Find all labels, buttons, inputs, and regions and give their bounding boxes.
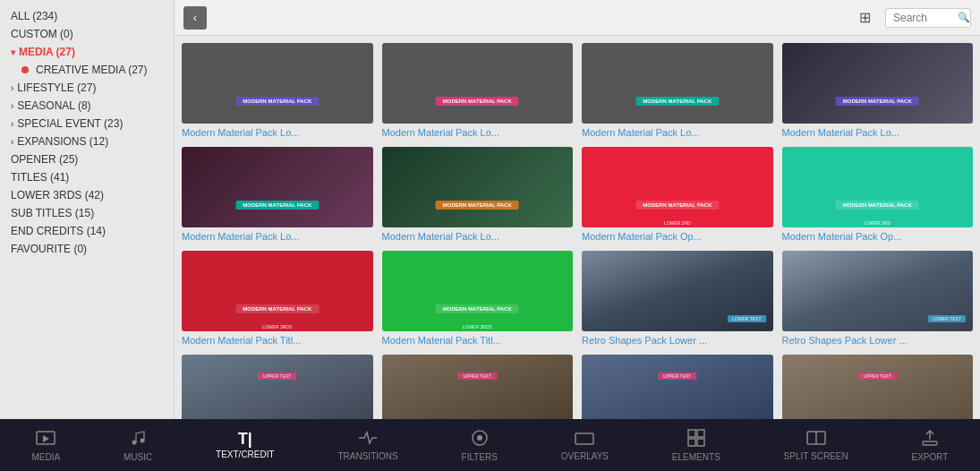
thumb-sub-label: LOWER 3RDS bbox=[463, 324, 492, 330]
thumb-label: MODERN MATERIAL PACK bbox=[235, 304, 319, 313]
thumb-sub-label: LOWER 3RD bbox=[664, 220, 691, 226]
svg-rect-12 bbox=[923, 441, 937, 445]
thumb-label: MODERN MATERIAL PACK bbox=[635, 201, 719, 210]
bottom-item-splitscreen[interactable]: SPLIT SCREEN bbox=[775, 430, 857, 461]
bottom-item-transitions[interactable]: TRANSITIONS bbox=[328, 430, 406, 461]
grid-item[interactable]: MODERN MATERIAL PACK LOWER 3RDS Modern M… bbox=[382, 251, 574, 346]
grid-item[interactable]: UPPER TEXT bbox=[582, 355, 773, 419]
sidebar-item-lifestyle[interactable]: › LIFESTYLE (27) bbox=[0, 79, 174, 97]
bottom-item-textcredit-label: TEXT/CREDIT bbox=[216, 450, 275, 459]
grid-item[interactable]: LOWER TEXT Retro Shapes Pack Lower ... bbox=[582, 251, 773, 346]
sidebar-item-custom-label: CUSTOM (0) bbox=[11, 28, 73, 40]
sidebar-item-endcredits[interactable]: END CREDITS (14) bbox=[0, 222, 174, 240]
bottom-item-media[interactable]: MEDIA bbox=[22, 429, 69, 462]
grid-item[interactable]: LOWER TEXT Retro Shapes Pack Lower ... bbox=[782, 251, 974, 346]
back-button[interactable]: ‹ bbox=[183, 6, 207, 30]
sidebar-item-all[interactable]: ALL (234) bbox=[0, 7, 174, 25]
grid-item[interactable]: UPPER TEXT bbox=[782, 355, 974, 419]
item-title: Modern Material Pack Lo... bbox=[382, 231, 574, 242]
chevron-right-icon4: › bbox=[11, 137, 13, 147]
bottom-item-export-label: EXPORT bbox=[912, 452, 949, 462]
thumbnail: MODERN MATERIAL PACK bbox=[382, 147, 574, 227]
svg-point-1 bbox=[132, 440, 137, 444]
sidebar-item-media-label: MEDIA (27) bbox=[19, 46, 75, 58]
sidebar-item-opener[interactable]: OPENER (25) bbox=[0, 150, 174, 168]
grid-view-icon[interactable]: ⊞ bbox=[859, 9, 871, 26]
elements-icon bbox=[687, 429, 705, 450]
sidebar-item-expansions[interactable]: › EXPANSIONS (12) bbox=[0, 133, 174, 150]
thumb-label: MODERN MATERIAL PACK bbox=[436, 201, 519, 210]
lower-text-label: LOWER TEXT bbox=[728, 315, 765, 322]
grid-item[interactable]: MODERN MATERIAL PACK LOWER 3RD Modern Ma… bbox=[582, 147, 773, 242]
splitscreen-icon bbox=[806, 430, 826, 449]
thumb-label: MODERN MATERIAL PACK bbox=[836, 201, 919, 210]
bottom-item-transitions-label: TRANSITIONS bbox=[337, 451, 397, 461]
svg-point-2 bbox=[141, 438, 145, 442]
grid-item[interactable]: MODERN MATERIAL PACK LOWER 3RDS Modern M… bbox=[182, 251, 373, 346]
sidebar-item-special-event[interactable]: › SPECIAL EVENT (23) bbox=[0, 115, 174, 133]
chevron-right-icon3: › bbox=[11, 119, 13, 129]
thumbnail: UPPER TEXT bbox=[182, 355, 373, 419]
svg-rect-6 bbox=[688, 430, 695, 437]
sidebar-item-endcredits-label: END CREDITS (14) bbox=[11, 225, 106, 237]
sidebar-item-subtitles[interactable]: SUB TITLES (15) bbox=[0, 204, 174, 222]
sidebar: ALL (234) CUSTOM (0) ▾ MEDIA (27) CREATI… bbox=[0, 0, 175, 419]
item-title: Modern Material Pack Lo... bbox=[782, 127, 974, 138]
bottom-item-music[interactable]: MUSIC bbox=[115, 429, 161, 462]
chevron-down-icon: ▾ bbox=[11, 47, 15, 57]
overlays-icon bbox=[575, 430, 594, 449]
item-title: Modern Material Pack Titl... bbox=[382, 335, 574, 346]
thumbnail: UPPER TEXT bbox=[582, 355, 773, 419]
grid-item[interactable]: MODERN MATERIAL PACK Modern Material Pac… bbox=[382, 147, 574, 242]
thumb-sub-label: LOWER 3RDS bbox=[262, 324, 292, 330]
bottom-item-elements[interactable]: ELEMENTS bbox=[663, 429, 729, 462]
sidebar-item-subtitles-label: SUB TITLES (15) bbox=[11, 207, 94, 219]
sidebar-item-lower3rds[interactable]: LOWER 3RDS (42) bbox=[0, 186, 174, 204]
thumbnail: MODERN MATERIAL PACK LOWER 3RD bbox=[582, 147, 773, 227]
sidebar-item-media[interactable]: ▾ MEDIA (27) bbox=[0, 43, 174, 61]
svg-point-4 bbox=[477, 435, 482, 441]
upper-text-label: UPPER TEXT bbox=[658, 373, 696, 380]
sidebar-item-titles-label: TITLES (41) bbox=[11, 171, 69, 184]
chevron-right-icon2: › bbox=[11, 101, 13, 111]
sidebar-item-favourite-label: FAVOURITE (0) bbox=[11, 243, 87, 255]
thumbnail: MODERN MATERIAL PACK LOWER 3RD bbox=[782, 147, 974, 227]
sidebar-item-special-event-label: SPECIAL EVENT (23) bbox=[17, 117, 123, 130]
grid-item[interactable]: MODERN MATERIAL PACK Modern Material Pac… bbox=[782, 43, 974, 138]
transitions-icon bbox=[358, 430, 378, 449]
content-header: ‹ ⊞ 🔍 bbox=[175, 0, 980, 36]
thumb-label: MODERN MATERIAL PACK bbox=[436, 97, 519, 106]
thumbnail: MODERN MATERIAL PACK bbox=[182, 43, 373, 124]
export-icon bbox=[921, 429, 939, 450]
bottom-item-overlays[interactable]: OVERLAYS bbox=[552, 430, 618, 461]
svg-rect-7 bbox=[697, 430, 704, 437]
upper-text-label: UPPER TEXT bbox=[458, 373, 497, 380]
thumb-sub-label: LOWER 3RD bbox=[864, 220, 891, 226]
search-input[interactable] bbox=[893, 12, 958, 24]
bottom-item-filters[interactable]: FILTERS bbox=[453, 429, 507, 462]
filters-icon bbox=[471, 429, 489, 450]
sidebar-item-favourite[interactable]: FAVOURITE (0) bbox=[0, 240, 174, 258]
grid-item[interactable]: MODERN MATERIAL PACK Modern Material Pac… bbox=[582, 43, 773, 138]
grid-item[interactable]: MODERN MATERIAL PACK Modern Material Pac… bbox=[182, 43, 373, 138]
item-title: Modern Material Pack Op... bbox=[782, 231, 974, 242]
bottom-item-export[interactable]: EXPORT bbox=[903, 429, 958, 462]
item-title: Retro Shapes Pack Lower ... bbox=[782, 335, 974, 346]
thumbnail: MODERN MATERIAL PACK bbox=[582, 43, 773, 124]
thumbnail: LOWER TEXT bbox=[782, 251, 974, 331]
sidebar-item-seasonal[interactable]: › SEASONAL (8) bbox=[0, 97, 174, 115]
sidebar-item-creative-media[interactable]: CREATIVE MEDIA (27) bbox=[0, 61, 174, 79]
sidebar-item-custom[interactable]: CUSTOM (0) bbox=[0, 25, 174, 43]
grid-item[interactable]: MODERN MATERIAL PACK LOWER 3RD Modern Ma… bbox=[782, 147, 974, 242]
grid-item[interactable]: UPPER TEXT bbox=[182, 355, 373, 419]
grid-item[interactable]: MODERN MATERIAL PACK Modern Material Pac… bbox=[382, 43, 574, 138]
bottom-item-textcredit[interactable]: T| TEXT/CREDIT bbox=[207, 431, 284, 459]
media-icon bbox=[36, 429, 55, 450]
thumb-label: MODERN MATERIAL PACK bbox=[235, 97, 319, 106]
grid-item[interactable]: UPPER TEXT bbox=[382, 355, 574, 419]
thumbnail: MODERN MATERIAL PACK bbox=[782, 43, 974, 124]
item-title: Retro Shapes Pack Lower ... bbox=[582, 335, 773, 346]
grid-item[interactable]: MODERN MATERIAL PACK Modern Material Pac… bbox=[182, 147, 373, 242]
upper-text-label: UPPER TEXT bbox=[258, 373, 296, 380]
sidebar-item-titles[interactable]: TITLES (41) bbox=[0, 168, 174, 186]
